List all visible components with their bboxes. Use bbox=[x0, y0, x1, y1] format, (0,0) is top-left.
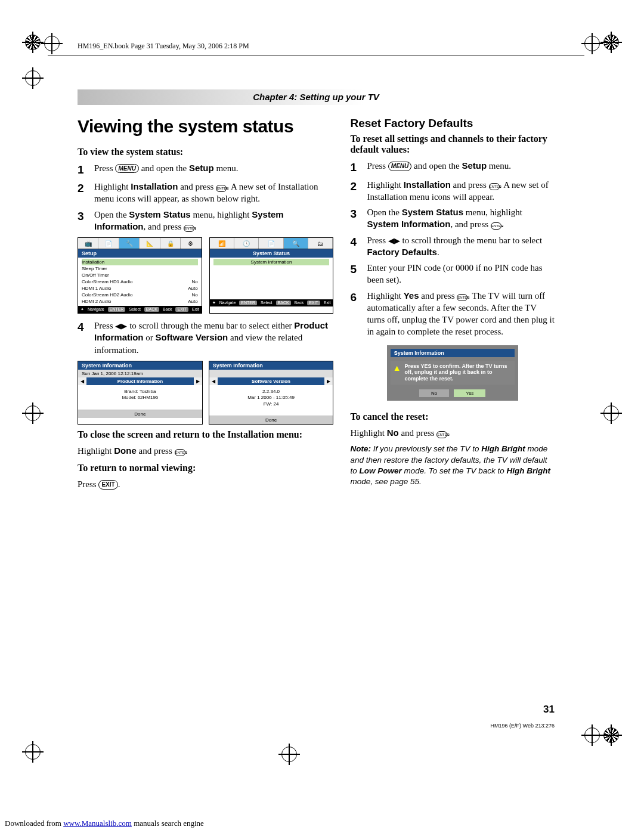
step-number: 3 bbox=[78, 209, 88, 233]
body-text: Press EXIT. bbox=[78, 478, 333, 490]
step-text: Highlight Installation and press ENTER. … bbox=[367, 179, 555, 203]
reg-mark bbox=[44, 36, 60, 51]
setup-menu-osd: 📺📄🔧 📐🔒⚙ Setup Installation Sleep Timer O… bbox=[78, 237, 202, 314]
step-number: 2 bbox=[350, 179, 361, 203]
step-number: 3 bbox=[350, 206, 361, 231]
body-text: Highlight No and press ENTER. bbox=[350, 427, 555, 439]
step-number: 4 bbox=[350, 234, 361, 259]
page-number: 31 bbox=[543, 704, 555, 716]
step-text: Highlight Yes and press ENTER. The TV wi… bbox=[367, 290, 555, 338]
book-header: HM196_EN.book Page 31 Tuesday, May 30, 2… bbox=[78, 42, 249, 51]
reg-mark bbox=[281, 747, 297, 762]
step-number: 2 bbox=[78, 181, 88, 205]
main-heading: Viewing the system status bbox=[78, 117, 333, 136]
step-text: Open the System Status menu, highlight S… bbox=[94, 209, 333, 233]
step-text: Open the System Status menu, highlight S… bbox=[367, 206, 555, 231]
reg-mark bbox=[25, 70, 41, 86]
subheading: To reset all settings and channels to th… bbox=[350, 134, 555, 155]
reset-modal-osd: System Information ▲ Press YES to confir… bbox=[350, 345, 555, 401]
chapter-heading: Chapter 4: Setting up your TV bbox=[78, 89, 555, 105]
step-text: Enter your PIN code (or 0000 if no PIN c… bbox=[367, 262, 555, 286]
subheading: To view the system status: bbox=[78, 147, 333, 157]
reg-mark bbox=[584, 36, 600, 51]
software-version-osd: System Information ◀Software Version▶ 2.… bbox=[209, 361, 334, 425]
system-status-osd: 📶🕓📄 🔍🗂 System Status System Information … bbox=[209, 237, 334, 314]
page-footer-right: HM196 (E/F) Web 213:276 bbox=[491, 723, 555, 729]
no-button: No bbox=[419, 389, 449, 397]
reg-mark bbox=[603, 727, 619, 743]
menu-button-icon: MENU bbox=[115, 164, 138, 174]
product-info-osd: System Information Sun Jan 1, 2006 12:12… bbox=[78, 361, 203, 425]
reg-mark bbox=[25, 744, 41, 760]
step-text: Press ◀▶ to scroll through the menu bar … bbox=[367, 234, 555, 259]
reg-mark bbox=[584, 727, 600, 743]
reg-mark bbox=[25, 405, 41, 421]
step-text: Press MENU and open the Setup menu. bbox=[367, 160, 555, 175]
body-text: Highlight Done and press ENTER. bbox=[78, 445, 333, 457]
subheading: To close the screen and return to the In… bbox=[78, 429, 333, 440]
osd-screenshots: 📺📄🔧 📐🔒⚙ Setup Installation Sleep Timer O… bbox=[78, 237, 333, 314]
download-footer: Downloaded from www.Manualslib.com manua… bbox=[5, 819, 204, 828]
rule bbox=[48, 55, 584, 55]
step-number: 5 bbox=[350, 262, 361, 286]
system-info-osd-pair: System Information Sun Jan 1, 2006 12:12… bbox=[78, 361, 333, 425]
step-text: Press MENU and open the Setup menu. bbox=[94, 162, 333, 178]
step-number: 6 bbox=[350, 290, 361, 338]
step-number: 1 bbox=[78, 162, 88, 178]
note-text: Note: If you previously set the TV to Hi… bbox=[350, 444, 555, 487]
reg-mark bbox=[603, 35, 619, 50]
step-text: Highlight Installation and press ENTER. … bbox=[94, 181, 333, 205]
section-heading: Reset Factory Defaults bbox=[350, 117, 555, 130]
step-text: Press ◀▶ to scroll through the menu bar … bbox=[94, 320, 333, 356]
reg-mark bbox=[25, 35, 41, 50]
page-content: Chapter 4: Setting up your TV Viewing th… bbox=[78, 89, 555, 745]
subheading: To cancel the reset: bbox=[350, 411, 555, 422]
warning-icon: ▲ bbox=[393, 363, 401, 382]
manualslib-link[interactable]: www.Manualslib.com bbox=[63, 819, 132, 828]
yes-button: Yes bbox=[454, 389, 485, 397]
step-number: 4 bbox=[78, 320, 88, 356]
reg-mark bbox=[603, 405, 619, 421]
subheading: To return to normal viewing: bbox=[78, 463, 333, 473]
step-number: 1 bbox=[350, 160, 361, 175]
